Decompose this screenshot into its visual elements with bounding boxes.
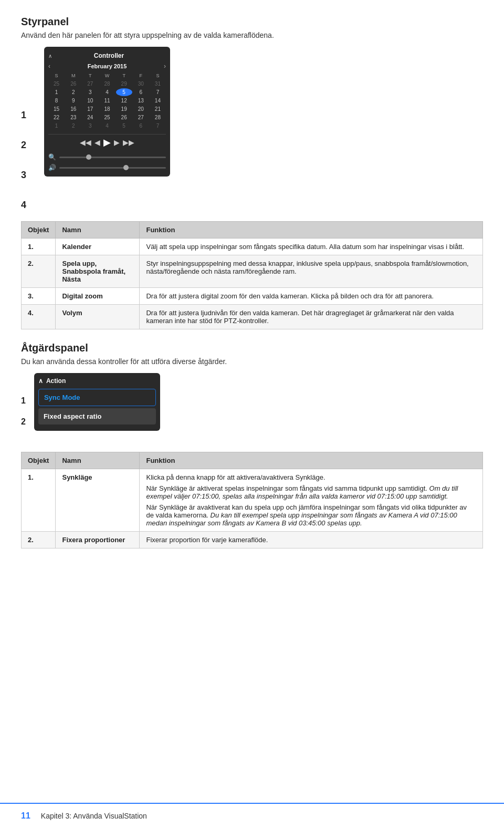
cal-day[interactable]: 29 <box>116 80 132 88</box>
cal-day[interactable]: 23 <box>65 113 81 121</box>
label-3: 3 <box>21 170 26 181</box>
cal-day[interactable]: 26 <box>116 113 132 121</box>
cal-day[interactable]: 5 <box>116 122 132 130</box>
table-row: 1. Kalender Välj att spela upp inspelnin… <box>22 239 483 255</box>
row-name: Synkläge <box>56 469 140 532</box>
controller-title: Controller <box>94 52 124 59</box>
day-header-m: M <box>65 72 81 79</box>
page-footer: 11 Kapitel 3: Använda VisualStation <box>0 803 504 828</box>
playback-controls: ◀◀ ◀ ▶ ▶ ▶▶ <box>48 134 166 150</box>
func-normal-start: När Synkläge är aktiverat spelas inspeln… <box>146 484 429 492</box>
cal-day[interactable]: 16 <box>65 105 81 113</box>
cal-day[interactable]: 19 <box>116 105 132 113</box>
day-header-s: S <box>48 72 65 79</box>
styrpanel-desc: Använd den här panelen för att styra upp… <box>21 31 483 39</box>
col-header-funktion: Funktion <box>140 222 483 239</box>
cal-day[interactable]: 7 <box>150 88 166 96</box>
cal-day[interactable]: 27 <box>82 80 98 88</box>
cal-day[interactable]: 6 <box>133 88 149 96</box>
cal-day[interactable]: 13 <box>133 97 149 105</box>
cal-day[interactable]: 3 <box>82 122 98 130</box>
cal-day[interactable]: 22 <box>48 113 65 121</box>
cal-day[interactable]: 4 <box>99 88 115 96</box>
cal-day[interactable]: 3 <box>82 88 98 96</box>
cal-day[interactable]: 12 <box>116 97 132 105</box>
next-month-btn[interactable]: › <box>164 63 166 70</box>
row-name: Spela upp, Snabbspola framåt, Nästa <box>56 255 140 288</box>
controller-panel: ∧ Controller ‹ February 2015 › S M T W T… <box>44 47 170 177</box>
cal-day[interactable]: 28 <box>99 80 115 88</box>
prev-frame-btn[interactable]: ◀◀ <box>80 138 91 147</box>
cal-day[interactable]: 21 <box>150 105 166 113</box>
col-header-objekt2: Objekt <box>22 452 56 469</box>
cal-day[interactable]: 25 <box>99 113 115 121</box>
sync-mode-button[interactable]: Sync Mode <box>38 389 156 406</box>
cal-day[interactable]: 1 <box>48 122 65 130</box>
cal-day-today[interactable]: 5 <box>116 88 132 96</box>
cal-day[interactable]: 4 <box>99 122 115 130</box>
row-obj: 2. <box>22 532 56 548</box>
cal-day[interactable]: 8 <box>48 97 65 105</box>
day-header-t: T <box>82 72 98 79</box>
volume-thumb[interactable] <box>123 165 129 170</box>
controller-header: ∧ Controller <box>48 52 166 59</box>
row-name: Volym <box>56 305 140 329</box>
table-row: 2. Spela upp, Snabbspola framåt, Nästa S… <box>22 255 483 288</box>
row-func: Dra för att justera digital zoom för den… <box>140 288 483 305</box>
func-text-1: Klicka på denna knapp för att aktivera/a… <box>146 473 476 481</box>
cal-day[interactable]: 28 <box>150 113 166 121</box>
zoom-thumb[interactable] <box>86 154 91 160</box>
cal-day[interactable]: 6 <box>133 122 149 130</box>
cal-day[interactable]: 2 <box>65 88 81 96</box>
step-fwd-btn[interactable]: ▶ <box>114 138 120 147</box>
cal-day[interactable]: 7 <box>150 122 166 130</box>
chevron-up-icon: ∧ <box>38 377 43 385</box>
cal-day[interactable]: 2 <box>65 122 81 130</box>
calendar-grid: S M T W T F S 25 26 27 28 29 30 31 1 2 3… <box>48 72 166 130</box>
fast-fwd-btn[interactable]: ▶▶ <box>123 138 134 147</box>
row-obj: 2. <box>22 255 56 288</box>
cal-day[interactable]: 31 <box>150 80 166 88</box>
cal-day[interactable]: 24 <box>82 113 98 121</box>
prev-month-btn[interactable]: ‹ <box>48 63 50 70</box>
label-1: 1 <box>21 110 26 121</box>
action-label-2: 2 <box>21 417 26 427</box>
action-table: Objekt Namn Funktion 1. Synkläge Klicka … <box>21 452 483 548</box>
cal-day[interactable]: 26 <box>65 80 81 88</box>
day-header-f: F <box>133 72 149 79</box>
table-row: 2. Fixera proportioner Fixerar proportio… <box>22 532 483 548</box>
cal-day[interactable]: 9 <box>65 97 81 105</box>
label-2: 2 <box>21 140 26 151</box>
func-text-2: När Synkläge är aktiverat spelas inspeln… <box>146 484 476 500</box>
col-header-funktion2: Funktion <box>140 452 483 469</box>
step-back-btn[interactable]: ◀ <box>94 138 100 147</box>
row-obj: 4. <box>22 305 56 329</box>
atgardspanel-title: Åtgärdspanel <box>21 342 483 354</box>
cal-day[interactable]: 20 <box>133 105 149 113</box>
cal-day[interactable]: 27 <box>133 113 149 121</box>
row-func: Dra för att justera ljudnivån för den va… <box>140 305 483 329</box>
col-header-namn2: Namn <box>56 452 140 469</box>
cal-day[interactable]: 11 <box>99 97 115 105</box>
cal-day[interactable]: 10 <box>82 97 98 105</box>
play-btn[interactable]: ▶ <box>103 137 111 148</box>
atgardspanel-desc: Du kan använda dessa kontroller för att … <box>21 357 483 366</box>
cal-day[interactable]: 17 <box>82 105 98 113</box>
row-obj: 3. <box>22 288 56 305</box>
cal-day[interactable]: 18 <box>99 105 115 113</box>
cal-day[interactable]: 25 <box>48 80 65 88</box>
controller-table: Objekt Namn Funktion 1. Kalender Välj at… <box>21 221 483 329</box>
day-header-w: W <box>99 72 115 79</box>
zoom-slider[interactable] <box>59 157 166 158</box>
cal-day[interactable]: 1 <box>48 88 65 96</box>
row-func: Fixerar proportion för varje kameraflöde… <box>140 532 483 548</box>
cal-day[interactable]: 14 <box>150 97 166 105</box>
cal-day[interactable]: 15 <box>48 105 65 113</box>
action-header: ∧ Action <box>38 377 156 385</box>
cal-day[interactable]: 30 <box>133 80 149 88</box>
volume-slider[interactable] <box>59 167 166 169</box>
chevron-up-icon: ∧ <box>48 53 52 59</box>
row-func: Styr inspelningsuppspelning med dessa kn… <box>140 255 483 288</box>
fixed-aspect-ratio-button[interactable]: Fixed aspect ratio <box>38 408 156 425</box>
row-func: Klicka på denna knapp för att aktivera/a… <box>140 469 483 532</box>
